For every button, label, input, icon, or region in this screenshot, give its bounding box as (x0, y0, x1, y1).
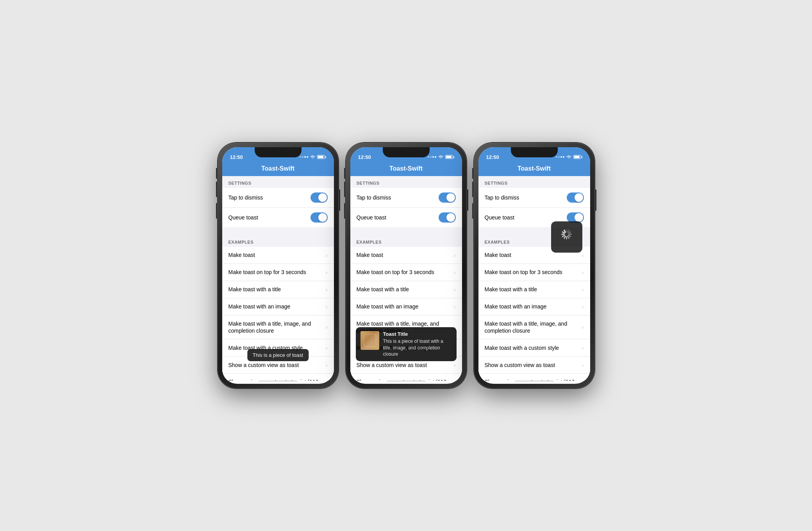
example-item-7[interactable]: Show an image as toast at point (110, 11… (222, 374, 334, 381)
example-item-1[interactable]: Make toast on top for 3 seconds› (222, 264, 334, 281)
example-item-3[interactable]: Make toast with an image› (478, 298, 590, 315)
settings-header: SETTINGS (222, 176, 334, 188)
chevron-right-icon: › (454, 304, 456, 310)
phones-container: 12:50 Toast-SwiftSETTINGSTap to dismissQ… (218, 143, 595, 388)
example-label: Make toast with a title, image, and comp… (485, 320, 579, 334)
setting-item-0[interactable]: Tap to dismiss (222, 188, 334, 208)
example-item-0[interactable]: Make toast› (222, 247, 334, 264)
example-label: Show a custom view as toast (357, 362, 451, 369)
chevron-right-icon: › (582, 252, 584, 258)
power-button (467, 189, 468, 211)
example-label: Make toast with a title (485, 286, 579, 293)
volume-up-button (472, 182, 474, 197)
toast-simple: This is a piece of toast (247, 349, 309, 361)
example-label: Show a custom view as toast (228, 362, 323, 369)
example-label: Show an image as toast at point (110, 11… (485, 378, 579, 381)
setting-item-1[interactable]: Queue toast (222, 208, 334, 227)
chevron-right-icon: › (582, 287, 584, 293)
toggle-switch[interactable] (439, 192, 456, 203)
power-button (339, 189, 340, 211)
example-item-5[interactable]: Make toast with a custom style› (478, 339, 590, 356)
chevron-right-icon: › (326, 304, 328, 310)
setting-label: Queue toast (485, 214, 567, 221)
example-item-0[interactable]: Make toast› (350, 247, 462, 264)
chevron-right-icon: › (582, 324, 584, 330)
phone3: 12:50 Toast-SwiftSETTINGSTap to dismissQ… (474, 143, 595, 388)
example-label: Make toast (228, 251, 323, 258)
nav-bar: Toast-Swift (478, 163, 590, 176)
phone1: 12:50 Toast-SwiftSETTINGSTap to dismissQ… (218, 143, 339, 388)
example-item-2[interactable]: Make toast with a title› (350, 281, 462, 298)
setting-item-0[interactable]: Tap to dismiss (350, 188, 462, 208)
toggle-switch[interactable] (311, 212, 328, 223)
notch (383, 147, 430, 157)
example-label: Make toast on top for 3 seconds (357, 269, 451, 276)
example-item-3[interactable]: Make toast with an image› (350, 298, 462, 315)
volume-up-button (216, 182, 218, 197)
example-item-4[interactable]: Make toast with a title, image, and comp… (478, 315, 590, 339)
battery-icon (317, 155, 326, 159)
setting-label: Tap to dismiss (357, 194, 439, 201)
example-item-2[interactable]: Make toast with a title› (222, 281, 334, 298)
volume-down-button (344, 203, 346, 219)
notch (511, 147, 558, 157)
status-time: 12:50 (486, 153, 499, 160)
status-time: 12:50 (358, 153, 371, 160)
example-label: Make toast with a title (228, 286, 323, 293)
toggle-switch[interactable] (439, 212, 456, 223)
toggle-switch[interactable] (567, 192, 584, 203)
chevron-right-icon: › (582, 304, 584, 310)
chevron-right-icon: › (582, 345, 584, 351)
activity-overlay (551, 221, 582, 253)
nav-bar: Toast-Swift (222, 163, 334, 176)
chevron-right-icon: › (454, 362, 456, 368)
example-item-7[interactable]: Show an image as toast at point (110, 11… (478, 374, 590, 381)
example-label: Make toast (485, 251, 579, 258)
chevron-right-icon: › (326, 252, 328, 258)
chevron-right-icon: › (454, 269, 456, 276)
chevron-right-icon: › (326, 269, 328, 276)
settings-header: SETTINGS (350, 176, 462, 188)
example-item-4[interactable]: Make toast with a title, image, and comp… (222, 315, 334, 339)
volume-down-button (472, 203, 474, 219)
example-item-6[interactable]: Show a custom view as toast› (478, 356, 590, 374)
example-label: Make toast with a title (357, 286, 451, 293)
example-item-1[interactable]: Make toast on top for 3 seconds› (478, 264, 590, 281)
volume-down-button (216, 203, 218, 219)
chevron-right-icon: › (454, 252, 456, 258)
setting-label: Tap to dismiss (485, 194, 567, 201)
example-item-1[interactable]: Make toast on top for 3 seconds› (350, 264, 462, 281)
notch (255, 147, 302, 157)
example-label: Make toast (357, 251, 451, 258)
chevron-right-icon: › (326, 287, 328, 293)
screen-content: SETTINGSTap to dismissQueue toastEXAMPLE… (478, 176, 590, 381)
nav-bar: Toast-Swift (350, 163, 462, 176)
examples-header: EXAMPLES (222, 235, 334, 247)
setting-item-1[interactable]: Queue toast (350, 208, 462, 227)
examples-header: EXAMPLES (350, 235, 462, 247)
wifi-icon (438, 155, 444, 159)
power-button (595, 189, 596, 211)
setting-label: Tap to dismiss (228, 194, 311, 201)
example-label: Make toast with a title, image, and comp… (228, 320, 323, 334)
toast-with-image: Toast TitleThis is a piece of toast with… (356, 327, 457, 361)
chevron-right-icon: › (582, 269, 584, 276)
example-label: Make toast with an image (228, 303, 323, 310)
example-item-3[interactable]: Make toast with an image› (222, 298, 334, 315)
setting-item-0[interactable]: Tap to dismiss (478, 188, 590, 208)
mute-button (344, 168, 346, 179)
mute-button (216, 168, 218, 179)
nav-title: Toast-Swift (478, 165, 590, 172)
chevron-right-icon: › (326, 324, 328, 330)
example-item-7[interactable]: Show an image as toast at point (110, 11… (350, 374, 462, 381)
phone2: 12:50 Toast-SwiftSETTINGSTap to dismissQ… (346, 143, 467, 388)
toast-image (360, 331, 379, 350)
toast-title: Toast Title (383, 331, 452, 337)
nav-title: Toast-Swift (350, 165, 462, 172)
status-time: 12:50 (230, 153, 243, 160)
setting-label: Queue toast (228, 214, 311, 221)
example-item-2[interactable]: Make toast with a title› (478, 281, 590, 298)
toggle-switch[interactable] (311, 192, 328, 203)
example-label: Make toast on top for 3 seconds (228, 269, 323, 276)
example-label: Show an image as toast at point (110, 11… (228, 378, 323, 381)
